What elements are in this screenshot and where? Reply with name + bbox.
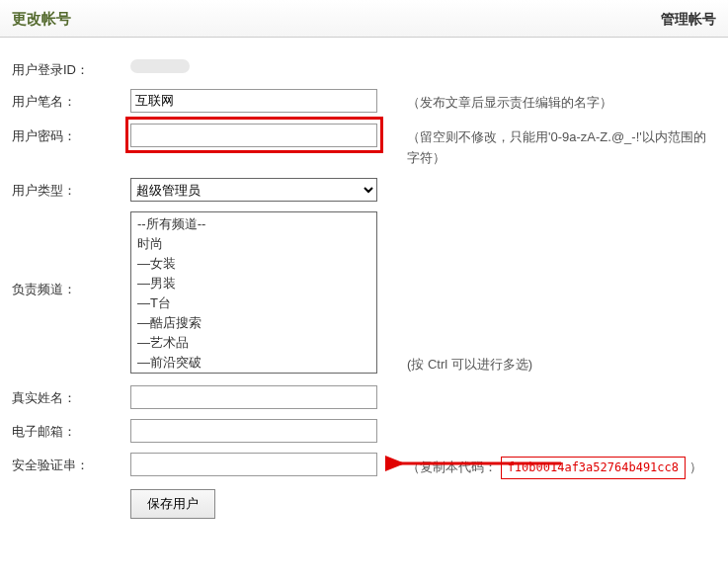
channels-label: 负责频道： [12,211,130,298]
email-label: 电子邮箱： [12,419,130,441]
submit-row: 保存用户 [12,489,716,519]
password-hint: （留空则不修改，只能用'0-9a-zA-Z.@_-!'以内范围的字符） [387,124,716,169]
real-name-label: 真实姓名： [12,385,130,407]
channel-option[interactable]: —艺术品 [133,333,374,353]
page-title: 更改帐号 [12,10,71,29]
channels-hint: (按 Ctrl 可以进行多选) [387,211,716,375]
channel-option[interactable]: —前沿突破 [133,353,374,373]
channel-option[interactable]: --所有频道-- [133,214,374,234]
save-button[interactable]: 保存用户 [130,489,215,519]
login-id-label: 用户登录ID： [12,57,130,79]
password-label: 用户密码： [12,124,130,145]
security-code: f10b0014af3a52764b491cc8 [501,457,686,479]
nickname-hint: （发布文章后显示责任编辑的名字） [387,89,716,114]
user-type-select[interactable]: 超级管理员 [130,178,377,202]
email-input[interactable] [130,419,377,443]
security-hint: （复制本代码： f10b0014af3a52764b491cc8 ） [387,453,716,479]
user-type-label: 用户类型： [12,178,130,200]
channel-option[interactable]: —美丽行动 [133,373,374,374]
security-row: 安全验证串： （复制本代码： f10b0014af3a52764b491cc8 … [12,453,716,479]
email-row: 电子邮箱： [12,419,716,443]
nickname-input[interactable] [130,89,377,113]
login-id-row: 用户登录ID： [12,57,716,79]
code-label: （复制本代码： [407,459,497,474]
form-content: 用户登录ID： 用户笔名： （发布文章后显示责任编辑的名字） 用户密码： （留空… [0,38,728,539]
blurred-id [130,59,190,73]
password-input[interactable] [130,124,377,147]
password-row: 用户密码： （留空则不修改，只能用'0-9a-zA-Z.@_-!'以内范围的字符… [12,124,716,169]
real-name-row: 真实姓名： [12,385,716,409]
real-name-input[interactable] [130,385,377,409]
channel-option[interactable]: —T台 [133,293,374,313]
user-type-row: 用户类型： 超级管理员 [12,178,716,202]
manage-account-link[interactable]: 管理帐号 [661,11,716,29]
channels-multiselect[interactable]: --所有频道-- 时尚 —女装 —男装 —T台 —酷店搜索 —艺术品 —前沿突破… [130,211,377,374]
security-label: 安全验证串： [12,453,130,474]
channel-option[interactable]: 时尚 [133,234,374,254]
security-input[interactable] [130,453,377,476]
channels-row: 负责频道： --所有频道-- 时尚 —女装 —男装 —T台 —酷店搜索 —艺术品… [12,211,716,375]
channel-option[interactable]: —酷店搜索 [133,313,374,333]
nickname-row: 用户笔名： （发布文章后显示责任编辑的名字） [12,89,716,114]
channel-option[interactable]: —男装 [133,274,374,293]
nickname-label: 用户笔名： [12,89,130,111]
channel-option[interactable]: —女装 [133,254,374,274]
page-header: 更改帐号 管理帐号 [0,0,728,38]
login-id-value [130,57,387,73]
code-suffix: ） [689,459,702,474]
